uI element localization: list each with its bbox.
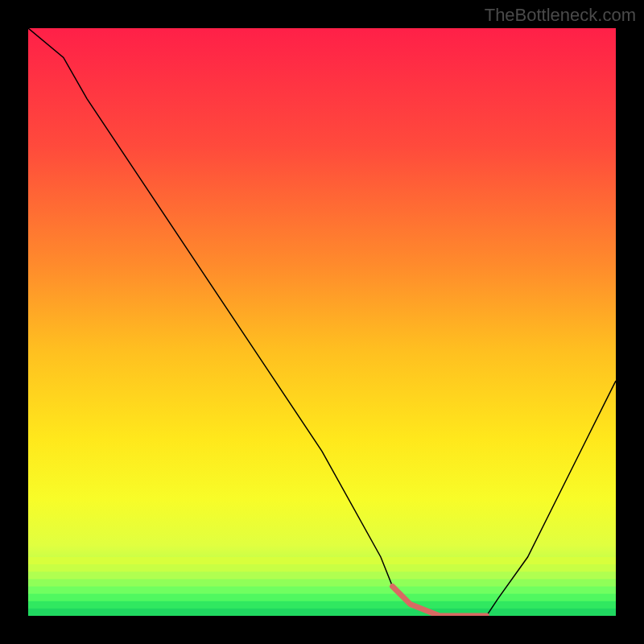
plot-area xyxy=(28,28,616,616)
svg-rect-0 xyxy=(28,557,616,565)
svg-rect-1 xyxy=(28,564,616,572)
gradient-background xyxy=(28,28,616,616)
svg-rect-4 xyxy=(28,587,616,595)
svg-rect-5 xyxy=(28,594,616,602)
watermark-text: TheBottleneck.com xyxy=(485,5,636,26)
chart-frame: TheBottleneck.com xyxy=(0,0,644,644)
plot-svg xyxy=(28,28,616,616)
svg-rect-2 xyxy=(28,572,616,580)
svg-rect-7 xyxy=(28,609,616,616)
baseline-stripes xyxy=(28,557,616,616)
svg-rect-3 xyxy=(28,579,616,587)
svg-rect-6 xyxy=(28,601,616,609)
